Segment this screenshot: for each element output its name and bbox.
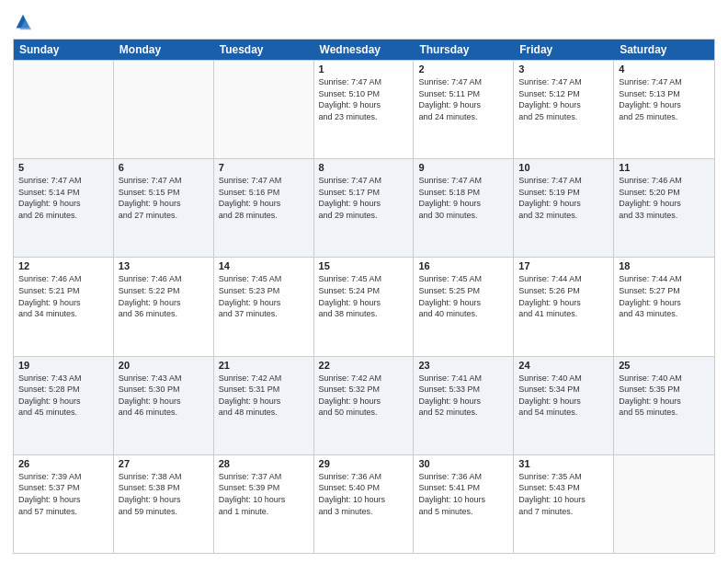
day-cell-2: 2Sunrise: 7:47 AM Sunset: 5:11 PM Daylig… — [414, 61, 514, 158]
day-number: 6 — [119, 162, 209, 173]
day-number: 30 — [418, 458, 508, 469]
day-cell-12: 12Sunrise: 7:46 AM Sunset: 5:21 PM Dayli… — [14, 258, 114, 355]
day-cell-4: 4Sunrise: 7:47 AM Sunset: 5:13 PM Daylig… — [614, 61, 714, 158]
day-cell-7: 7Sunrise: 7:47 AM Sunset: 5:16 PM Daylig… — [214, 159, 314, 257]
day-info: Sunrise: 7:47 AM Sunset: 5:15 PM Dayligh… — [119, 175, 209, 221]
day-number: 26 — [18, 458, 108, 469]
day-number: 23 — [418, 360, 508, 371]
day-cell-29: 29Sunrise: 7:36 AM Sunset: 5:40 PM Dayli… — [314, 455, 415, 553]
day-info: Sunrise: 7:44 AM Sunset: 5:27 PM Dayligh… — [619, 273, 710, 319]
page-container: SundayMondayTuesdayWednesdayThursdayFrid… — [0, 0, 728, 563]
day-cell-30: 30Sunrise: 7:36 AM Sunset: 5:41 PM Dayli… — [414, 455, 514, 553]
empty-cell — [114, 61, 214, 158]
day-cell-10: 10Sunrise: 7:47 AM Sunset: 5:19 PM Dayli… — [514, 159, 614, 257]
day-number: 20 — [119, 360, 209, 371]
day-cell-9: 9Sunrise: 7:47 AM Sunset: 5:18 PM Daylig… — [414, 159, 514, 257]
empty-cell — [14, 61, 114, 158]
weeks: 1Sunrise: 7:47 AM Sunset: 5:10 PM Daylig… — [14, 60, 714, 553]
day-cell-31: 31Sunrise: 7:35 AM Sunset: 5:43 PM Dayli… — [514, 455, 614, 553]
day-header-wednesday: Wednesday — [314, 40, 415, 60]
day-cell-17: 17Sunrise: 7:44 AM Sunset: 5:26 PM Dayli… — [514, 258, 614, 355]
day-info: Sunrise: 7:46 AM Sunset: 5:22 PM Dayligh… — [119, 273, 209, 319]
day-info: Sunrise: 7:47 AM Sunset: 5:17 PM Dayligh… — [319, 175, 409, 221]
day-header-sunday: Sunday — [14, 40, 114, 60]
day-number: 19 — [18, 360, 108, 371]
day-cell-15: 15Sunrise: 7:45 AM Sunset: 5:24 PM Dayli… — [314, 258, 415, 355]
day-cell-8: 8Sunrise: 7:47 AM Sunset: 5:17 PM Daylig… — [314, 159, 415, 257]
day-number: 25 — [619, 360, 710, 371]
week-row-1: 5Sunrise: 7:47 AM Sunset: 5:14 PM Daylig… — [14, 158, 714, 257]
day-info: Sunrise: 7:40 AM Sunset: 5:35 PM Dayligh… — [619, 373, 710, 419]
day-info: Sunrise: 7:47 AM Sunset: 5:18 PM Dayligh… — [418, 175, 508, 221]
day-number: 5 — [18, 162, 108, 173]
day-number: 14 — [219, 260, 309, 271]
day-cell-14: 14Sunrise: 7:45 AM Sunset: 5:23 PM Dayli… — [214, 258, 314, 355]
day-number: 21 — [219, 360, 309, 371]
day-cell-21: 21Sunrise: 7:42 AM Sunset: 5:31 PM Dayli… — [214, 357, 314, 454]
week-row-0: 1Sunrise: 7:47 AM Sunset: 5:10 PM Daylig… — [14, 60, 714, 158]
day-number: 10 — [518, 162, 609, 173]
day-info: Sunrise: 7:35 AM Sunset: 5:43 PM Dayligh… — [518, 471, 609, 517]
day-info: Sunrise: 7:47 AM Sunset: 5:16 PM Dayligh… — [219, 175, 309, 221]
day-header-monday: Monday — [114, 40, 214, 60]
day-info: Sunrise: 7:45 AM Sunset: 5:25 PM Dayligh… — [418, 273, 508, 319]
empty-cell — [214, 61, 314, 158]
day-number: 27 — [119, 458, 209, 469]
week-row-4: 26Sunrise: 7:39 AM Sunset: 5:37 PM Dayli… — [14, 454, 714, 553]
day-cell-3: 3Sunrise: 7:47 AM Sunset: 5:12 PM Daylig… — [514, 61, 614, 158]
day-info: Sunrise: 7:46 AM Sunset: 5:20 PM Dayligh… — [619, 175, 710, 221]
day-cell-1: 1Sunrise: 7:47 AM Sunset: 5:10 PM Daylig… — [314, 61, 415, 158]
day-info: Sunrise: 7:47 AM Sunset: 5:10 PM Dayligh… — [319, 76, 409, 122]
day-info: Sunrise: 7:47 AM Sunset: 5:13 PM Dayligh… — [619, 76, 710, 122]
calendar: SundayMondayTuesdayWednesdayThursdayFrid… — [13, 39, 715, 554]
logo — [13, 13, 35, 33]
day-info: Sunrise: 7:37 AM Sunset: 5:39 PM Dayligh… — [219, 471, 309, 517]
day-cell-28: 28Sunrise: 7:37 AM Sunset: 5:39 PM Dayli… — [214, 455, 314, 553]
day-info: Sunrise: 7:47 AM Sunset: 5:11 PM Dayligh… — [418, 76, 508, 122]
day-cell-27: 27Sunrise: 7:38 AM Sunset: 5:38 PM Dayli… — [114, 455, 214, 553]
day-header-friday: Friday — [514, 40, 614, 60]
day-info: Sunrise: 7:36 AM Sunset: 5:40 PM Dayligh… — [319, 471, 409, 517]
day-number: 2 — [418, 63, 508, 75]
day-cell-13: 13Sunrise: 7:46 AM Sunset: 5:22 PM Dayli… — [114, 258, 214, 355]
day-number: 1 — [319, 63, 409, 75]
empty-cell — [614, 455, 714, 553]
day-header-saturday: Saturday — [614, 40, 714, 60]
day-info: Sunrise: 7:38 AM Sunset: 5:38 PM Dayligh… — [119, 471, 209, 517]
day-number: 13 — [119, 260, 209, 271]
day-cell-11: 11Sunrise: 7:46 AM Sunset: 5:20 PM Dayli… — [614, 159, 714, 257]
logo-icon — [13, 13, 33, 33]
day-cell-22: 22Sunrise: 7:42 AM Sunset: 5:32 PM Dayli… — [314, 357, 415, 454]
day-number: 12 — [18, 260, 108, 271]
day-cell-20: 20Sunrise: 7:43 AM Sunset: 5:30 PM Dayli… — [114, 357, 214, 454]
day-cell-16: 16Sunrise: 7:45 AM Sunset: 5:25 PM Dayli… — [414, 258, 514, 355]
day-number: 11 — [619, 162, 710, 173]
day-number: 17 — [518, 260, 609, 271]
day-number: 15 — [319, 260, 409, 271]
day-info: Sunrise: 7:42 AM Sunset: 5:31 PM Dayligh… — [219, 373, 309, 419]
day-info: Sunrise: 7:39 AM Sunset: 5:37 PM Dayligh… — [18, 471, 108, 517]
day-cell-5: 5Sunrise: 7:47 AM Sunset: 5:14 PM Daylig… — [14, 159, 114, 257]
day-cell-19: 19Sunrise: 7:43 AM Sunset: 5:28 PM Dayli… — [14, 357, 114, 454]
day-info: Sunrise: 7:40 AM Sunset: 5:34 PM Dayligh… — [518, 373, 609, 419]
day-number: 9 — [418, 162, 508, 173]
day-headers: SundayMondayTuesdayWednesdayThursdayFrid… — [14, 40, 714, 60]
day-number: 4 — [619, 63, 710, 75]
day-cell-6: 6Sunrise: 7:47 AM Sunset: 5:15 PM Daylig… — [114, 159, 214, 257]
day-header-tuesday: Tuesday — [214, 40, 314, 60]
day-info: Sunrise: 7:47 AM Sunset: 5:14 PM Dayligh… — [18, 175, 108, 221]
day-number: 16 — [418, 260, 508, 271]
day-number: 7 — [219, 162, 309, 173]
day-cell-18: 18Sunrise: 7:44 AM Sunset: 5:27 PM Dayli… — [614, 258, 714, 355]
day-info: Sunrise: 7:47 AM Sunset: 5:19 PM Dayligh… — [518, 175, 609, 221]
day-number: 18 — [619, 260, 710, 271]
week-row-2: 12Sunrise: 7:46 AM Sunset: 5:21 PM Dayli… — [14, 257, 714, 355]
day-number: 3 — [518, 63, 609, 75]
day-info: Sunrise: 7:45 AM Sunset: 5:23 PM Dayligh… — [219, 273, 309, 319]
day-info: Sunrise: 7:42 AM Sunset: 5:32 PM Dayligh… — [319, 373, 409, 419]
header — [13, 9, 715, 33]
day-number: 31 — [518, 458, 609, 469]
day-info: Sunrise: 7:43 AM Sunset: 5:30 PM Dayligh… — [119, 373, 209, 419]
week-row-3: 19Sunrise: 7:43 AM Sunset: 5:28 PM Dayli… — [14, 356, 714, 454]
day-number: 8 — [319, 162, 409, 173]
